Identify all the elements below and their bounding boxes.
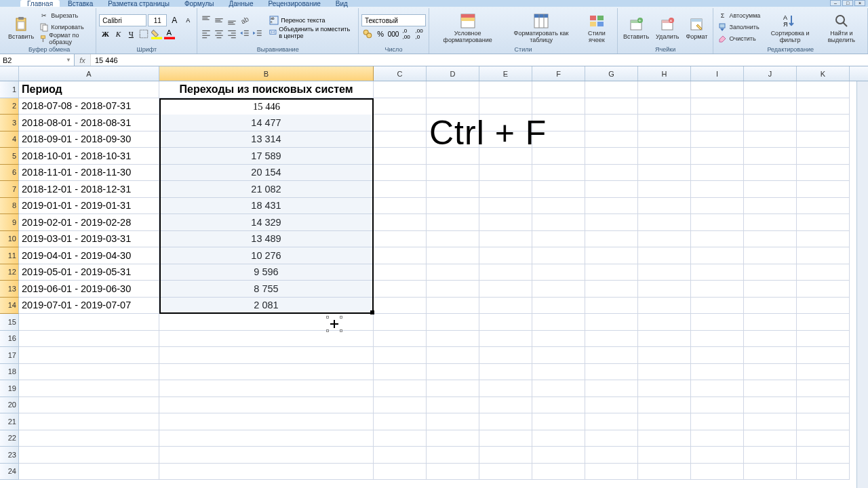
cell-B21[interactable] (159, 413, 374, 430)
cell-F18[interactable] (532, 364, 585, 381)
cell-C16[interactable] (374, 331, 427, 348)
cell-J8[interactable] (744, 198, 797, 215)
cell-H22[interactable] (638, 430, 691, 447)
cell-J4[interactable] (744, 131, 797, 148)
cell-G4[interactable] (585, 131, 638, 148)
cell-F21[interactable] (532, 413, 585, 430)
cell-C2[interactable] (374, 98, 427, 115)
cell-C5[interactable] (374, 148, 427, 165)
increase-font-button[interactable]: A (168, 14, 180, 26)
cell-C20[interactable] (374, 397, 427, 414)
cell-F11[interactable] (532, 247, 585, 264)
cell-C13[interactable] (374, 281, 427, 298)
cell-K7[interactable] (797, 181, 850, 198)
cell-F9[interactable] (532, 214, 585, 231)
cell-J5[interactable] (744, 148, 797, 165)
decrease-indent-button[interactable] (239, 28, 251, 40)
cell-G7[interactable] (585, 181, 638, 198)
cell-K18[interactable] (797, 364, 850, 381)
cell-I19[interactable] (691, 380, 744, 397)
row-header-11[interactable]: 11 (0, 247, 19, 264)
cell-K19[interactable] (797, 380, 850, 397)
increase-decimal-button[interactable]: ,0,00 (400, 28, 412, 40)
column-header-B[interactable]: B (159, 66, 374, 81)
formula-input[interactable]: 15 446 (91, 54, 868, 66)
cell-F17[interactable] (532, 347, 585, 364)
cell-F23[interactable] (532, 447, 585, 464)
cell-G24[interactable] (585, 464, 638, 481)
column-header-C[interactable]: C (374, 66, 427, 81)
cell-A22[interactable] (19, 430, 159, 447)
number-format-select[interactable] (361, 14, 426, 26)
cell-A8[interactable]: 2019-01-01 - 2019-01-31 (19, 198, 159, 215)
cell-D1[interactable] (427, 81, 479, 98)
cell-B11[interactable]: 10 276 (159, 247, 374, 264)
borders-button[interactable] (138, 28, 150, 40)
cell-A14[interactable]: 2019-07-01 - 2019-07-07 (19, 298, 159, 314)
cell-H14[interactable] (638, 298, 691, 314)
cell-C6[interactable] (374, 165, 427, 182)
cell-J1[interactable] (744, 81, 797, 98)
cell-C9[interactable] (374, 214, 427, 231)
font-size-input[interactable] (148, 14, 167, 26)
cell-H1[interactable] (638, 81, 691, 98)
cell-I21[interactable] (691, 413, 744, 430)
cell-K21[interactable] (797, 413, 850, 430)
tab-page-layout[interactable]: Разметка страницы (101, 0, 176, 7)
cell-D10[interactable] (427, 231, 479, 248)
row-header-7[interactable]: 7 (0, 181, 19, 198)
cell-E2[interactable] (479, 98, 532, 115)
cell-C23[interactable] (374, 447, 427, 464)
cell-B1[interactable]: Переходы из поисковых систем (159, 81, 374, 98)
cell-J24[interactable] (744, 464, 797, 481)
cell-H9[interactable] (638, 214, 691, 231)
row-header-21[interactable]: 21 (0, 413, 19, 430)
cell-D8[interactable] (427, 198, 479, 215)
row-header-19[interactable]: 19 (0, 380, 19, 397)
cell-K12[interactable] (797, 264, 850, 281)
fill-color-button[interactable] (151, 28, 163, 40)
cell-D17[interactable] (427, 347, 479, 364)
cell-K24[interactable] (797, 464, 850, 481)
cell-G14[interactable] (585, 298, 638, 314)
cell-J23[interactable] (744, 447, 797, 464)
minimize-button[interactable]: – (830, 0, 841, 6)
cell-A17[interactable] (19, 347, 159, 364)
cell-B8[interactable]: 18 431 (159, 198, 374, 215)
cell-J6[interactable] (744, 165, 797, 182)
vertical-scrollbar[interactable] (856, 81, 868, 488)
cell-G18[interactable] (585, 364, 638, 381)
cell-F24[interactable] (532, 464, 585, 481)
align-center-button[interactable] (213, 28, 225, 40)
column-header-F[interactable]: F (532, 66, 585, 81)
cell-D24[interactable] (427, 464, 479, 481)
cell-K15[interactable] (797, 314, 850, 331)
cell-D9[interactable] (427, 214, 479, 231)
insert-cells-button[interactable]: +Вставить (620, 9, 652, 45)
cell-D12[interactable] (427, 264, 479, 281)
format-cells-button[interactable]: Формат (683, 9, 710, 45)
cell-J13[interactable] (744, 281, 797, 298)
cell-B9[interactable]: 14 329 (159, 214, 374, 231)
cell-G11[interactable] (585, 247, 638, 264)
cell-B6[interactable]: 20 154 (159, 165, 374, 182)
cell-A6[interactable]: 2018-11-01 - 2018-11-30 (19, 165, 159, 182)
cell-K16[interactable] (797, 331, 850, 348)
row-header-9[interactable]: 9 (0, 214, 19, 231)
cell-C19[interactable] (374, 380, 427, 397)
cell-K23[interactable] (797, 447, 850, 464)
cell-K8[interactable] (797, 198, 850, 215)
currency-button[interactable] (361, 28, 374, 40)
cell-G5[interactable] (585, 148, 638, 165)
row-header-14[interactable]: 14 (0, 298, 19, 314)
column-header-G[interactable]: G (585, 66, 638, 81)
cell-G8[interactable] (585, 198, 638, 215)
cell-E11[interactable] (479, 247, 532, 264)
column-header-K[interactable]: K (797, 66, 850, 81)
cell-H3[interactable] (638, 115, 691, 131)
fill-button[interactable]: Заполнить (716, 22, 762, 33)
cell-D13[interactable] (427, 281, 479, 298)
cell-K4[interactable] (797, 131, 850, 148)
cell-E6[interactable] (479, 165, 532, 182)
cell-G6[interactable] (585, 165, 638, 182)
